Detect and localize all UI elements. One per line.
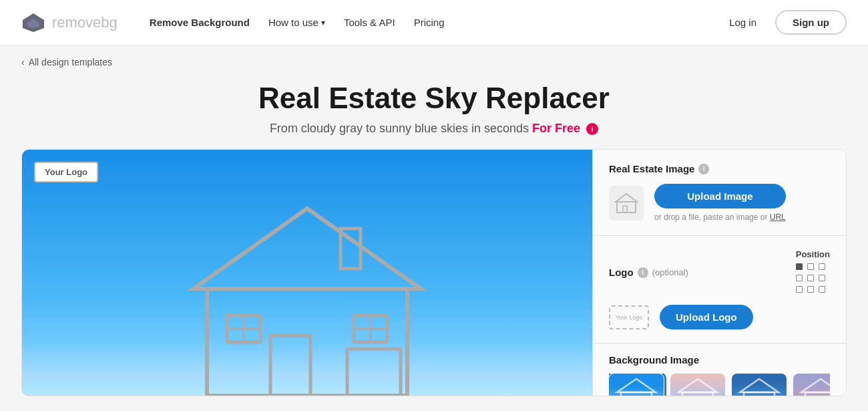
svg-marker-21 (678, 379, 717, 392)
real-estate-label: Real Estate Image i (609, 163, 830, 174)
upload-image-button[interactable]: Upload Image (654, 184, 786, 209)
breadcrumb-chevron-icon: ‹ (21, 57, 25, 67)
real-estate-thumb (609, 186, 644, 221)
svg-marker-4 (194, 209, 421, 289)
bg-thumb-4[interactable] (793, 374, 830, 396)
bg-thumb-house-4 (793, 374, 830, 396)
background-thumbnails (609, 374, 830, 396)
real-estate-upload-row: Upload Image or drop a file, paste an im… (609, 184, 830, 222)
nav-pricing[interactable]: Pricing (414, 17, 445, 28)
logo-wordmark: removebg (52, 14, 118, 31)
svg-rect-14 (617, 202, 636, 213)
logo-badge: Your Logo (34, 162, 98, 182)
upload-logo-button[interactable]: Upload Logo (660, 305, 753, 329)
signup-button[interactable]: Sign up (775, 10, 847, 35)
real-estate-info-icon[interactable]: i (698, 164, 709, 174)
bg-thumb-house-2 (670, 374, 725, 396)
svg-rect-16 (623, 206, 627, 213)
upload-right: Upload Image or drop a file, paste an im… (654, 184, 786, 222)
drop-hint: or drop a file, paste an image or URL (654, 213, 786, 222)
pos-mid-right[interactable] (819, 275, 825, 281)
pos-mid-left[interactable] (796, 275, 803, 281)
logo-section: Logo i (optional) Position (593, 236, 846, 344)
bg-thumb-house-1 (609, 374, 664, 396)
bg-thumb-3[interactable] (732, 374, 787, 396)
house-illustration (140, 182, 474, 396)
for-free-badge: For Free (532, 122, 580, 135)
bg-thumb-house-3 (732, 374, 787, 396)
pos-bot-left[interactable] (796, 286, 803, 293)
svg-rect-13 (347, 349, 401, 396)
logo-upload-row: Your Logo Upload Logo (609, 305, 830, 329)
position-grid (796, 263, 828, 295)
nav-links: Remove Background How to use Tools & API… (150, 17, 700, 28)
optional-text: (optional) (652, 267, 688, 277)
logo-icon (21, 11, 45, 35)
hero-subtitle: From cloudy gray to sunny blue skies in … (21, 122, 847, 136)
bg-thumb-2[interactable] (670, 374, 725, 396)
page-title: Real Estate Sky Replacer (21, 82, 847, 115)
bg-thumb-1[interactable] (609, 374, 664, 396)
preview-panel: Your Logo (22, 150, 592, 396)
svg-marker-24 (740, 379, 779, 392)
for-free-info-icon[interactable]: i (586, 123, 598, 135)
background-section: Background Image (593, 344, 846, 396)
breadcrumb-bar: ‹ All design templates (0, 45, 868, 74)
pos-bot-right[interactable] (819, 286, 825, 293)
login-button[interactable]: Log in (721, 11, 765, 33)
logo-placeholder: Your Logo (609, 305, 649, 329)
navbar: removebg Remove Background How to use To… (0, 0, 868, 45)
svg-marker-18 (617, 379, 656, 392)
pos-top-right[interactable] (819, 263, 825, 270)
nav-how-to-use[interactable]: How to use (268, 17, 325, 28)
position-label: Position (796, 249, 830, 259)
house-thumb-icon (614, 191, 638, 215)
nav-tools-api[interactable]: Tools & API (344, 17, 395, 28)
background-label: Background Image (609, 354, 830, 366)
controls-panel: Real Estate Image i Upload Image or drop… (592, 150, 846, 396)
logo[interactable]: removebg (21, 11, 118, 35)
nav-remove-background[interactable]: Remove Background (150, 17, 250, 28)
pos-bot-center[interactable] (807, 286, 814, 293)
breadcrumb[interactable]: ‹ All design templates (21, 57, 112, 67)
pos-top-left[interactable] (796, 263, 803, 270)
pos-mid-center[interactable] (807, 275, 814, 281)
logo-info-icon[interactable]: i (638, 267, 648, 278)
nav-right: Log in Sign up (721, 10, 847, 35)
svg-marker-15 (616, 194, 637, 202)
pos-top-center[interactable] (807, 263, 814, 270)
main-content: Your Logo Real Estate (21, 149, 847, 396)
url-link[interactable]: URL (770, 213, 786, 222)
real-estate-section: Real Estate Image i Upload Image or drop… (593, 150, 846, 236)
logo-label: Logo i (optional) (609, 267, 688, 278)
svg-marker-27 (801, 379, 830, 392)
svg-rect-6 (270, 335, 310, 396)
position-section: Position (796, 249, 830, 295)
hero-section: Real Estate Sky Replacer From cloudy gra… (0, 74, 868, 149)
